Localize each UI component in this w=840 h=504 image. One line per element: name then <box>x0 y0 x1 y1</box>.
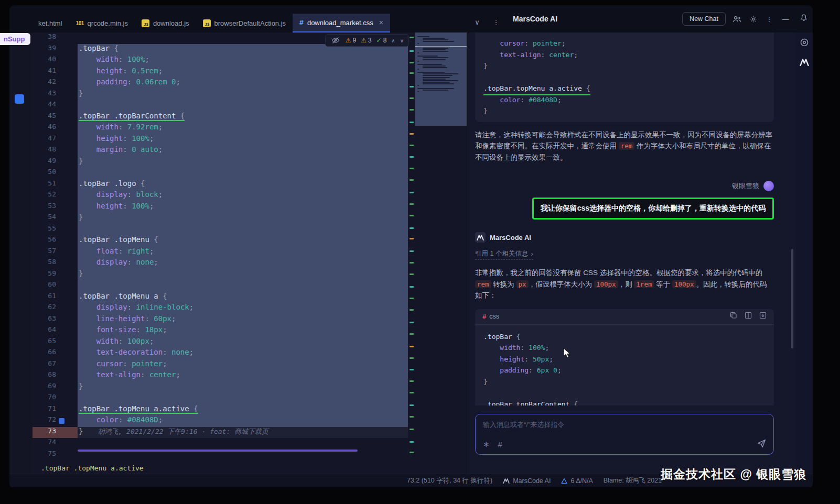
blame-status-widget[interactable]: Blame: 胡鸿飞 2021 <box>604 476 662 485</box>
prev-problem-chevron-icon[interactable]: ∧ <box>391 38 395 43</box>
line-number[interactable]: 39 <box>33 44 78 56</box>
code-token: .topBar.topMenu a.active <box>483 84 586 92</box>
tab-list-chevron-down-icon[interactable]: ∨ <box>472 17 482 27</box>
line-number[interactable]: 67 <box>33 359 78 371</box>
line-number[interactable]: 70 <box>33 393 78 404</box>
invite-members-icon[interactable] <box>731 14 742 24</box>
problems-widget[interactable]: 6 Δ/N/A <box>561 477 593 485</box>
tab-download.js[interactable]: JSdownload.js <box>135 14 196 32</box>
line-number[interactable]: 40 <box>33 55 78 67</box>
line-number[interactable]: 66 <box>33 348 78 359</box>
inline-code: 100px <box>594 280 618 288</box>
settings-gear-icon[interactable] <box>748 14 758 24</box>
chat-input[interactable]: 输入消息或者“/”来选择指令 ∗ # <box>475 414 774 455</box>
code-token: 50px <box>533 355 549 363</box>
editor-line: 72 color: #08408D; <box>33 415 408 427</box>
tab-qrcode.min.js[interactable]: 101qrcode.min.js <box>69 14 135 32</box>
inspections-widget[interactable]: ⚠9 ⚠3 ✓8 ∧ ∨ <box>325 34 409 47</box>
line-number[interactable]: 65 <box>33 337 78 348</box>
js-file-icon: JS <box>142 19 149 27</box>
weak-warnings-number: 3 <box>368 37 372 44</box>
code-line <box>78 168 408 179</box>
line-number[interactable]: 69 <box>33 382 78 393</box>
caret-position-widget[interactable]: 73:2 (510 字符, 34 行 换行符) <box>407 476 492 485</box>
tab-ket.html[interactable]: ket.html <box>31 14 69 32</box>
main-area: 3839.topBar {40 width: 100%;41 height: 0… <box>9 32 813 474</box>
line-number[interactable]: 59 <box>33 269 78 281</box>
line-number[interactable]: 71 <box>33 404 78 416</box>
line-number[interactable]: 51 <box>33 179 78 191</box>
line-number[interactable]: 58 <box>33 258 78 269</box>
gutter-bookmark[interactable] <box>59 418 64 424</box>
line-number[interactable]: 54 <box>33 213 78 224</box>
line-number[interactable]: 45 <box>33 112 78 123</box>
chat-scrollbar[interactable] <box>791 249 793 348</box>
passed-count[interactable]: ✓8 <box>376 37 387 44</box>
marscode-status-widget[interactable]: MarsCode AI <box>503 477 551 485</box>
line-number[interactable]: 64 <box>33 325 78 337</box>
next-problem-chevron-icon[interactable]: ∨ <box>400 38 404 43</box>
copy-code-icon[interactable] <box>730 312 737 321</box>
line-number[interactable]: 62 <box>33 303 78 314</box>
notifications-bell-icon[interactable] <box>800 14 808 24</box>
tab-browserDefaultAction.js[interactable]: JSbrowserDefaultAction.js <box>196 14 293 32</box>
skills-asterisk-icon[interactable]: ∗ <box>483 440 490 449</box>
line-number[interactable]: 56 <box>33 235 78 247</box>
code-token: margin <box>96 145 123 154</box>
editor-lines[interactable]: 3839.topBar {40 width: 100%;41 height: 0… <box>33 32 408 462</box>
line-number[interactable]: 73 <box>33 427 78 439</box>
line-number[interactable]: 60 <box>33 280 78 292</box>
chat-input-placeholder[interactable]: 输入消息或者“/”来选择指令 <box>483 420 766 430</box>
line-number[interactable]: 48 <box>33 145 78 157</box>
line-number[interactable]: 52 <box>33 190 78 202</box>
line-number[interactable]: 63 <box>33 314 78 326</box>
line-number[interactable]: 57 <box>33 247 78 258</box>
code-line <box>483 387 766 399</box>
line-number[interactable]: 41 <box>33 67 78 78</box>
line-number[interactable]: 53 <box>33 202 78 213</box>
code-token: width <box>96 123 119 131</box>
ai-assistant-icon[interactable] <box>800 38 809 49</box>
line-number[interactable]: 68 <box>33 370 78 382</box>
tab-download_market.css[interactable]: #download_market.css× <box>293 14 390 32</box>
editor-line: 46 width: 7.92rem; <box>33 123 408 134</box>
error-stripe[interactable] <box>408 32 415 462</box>
line-number[interactable]: 49 <box>33 157 78 168</box>
tab-options-kebab-icon[interactable]: ⋮ <box>491 17 501 27</box>
send-icon[interactable] <box>757 439 766 450</box>
line-number[interactable]: 72 <box>33 415 78 427</box>
minimize-panel-icon[interactable]: — <box>780 14 791 24</box>
reference-toggle[interactable]: 引用 1 个相关信息 › <box>475 249 533 260</box>
line-number[interactable]: 44 <box>33 100 78 112</box>
line-number[interactable]: 50 <box>33 168 78 179</box>
paragraph-text: 等于 <box>654 280 672 288</box>
new-chat-button[interactable]: New Chat <box>682 12 726 26</box>
close-tab-icon[interactable]: × <box>379 18 383 27</box>
line-number[interactable]: 43 <box>33 89 78 101</box>
line-number[interactable]: 74 <box>33 438 78 450</box>
code-line: cursor: pointer; <box>483 38 766 49</box>
warnings-count[interactable]: ⚠9 <box>346 37 356 44</box>
minimap[interactable] <box>415 32 467 462</box>
breadcrumb[interactable]: .topBar .topMenu a.active <box>41 464 144 472</box>
line-number[interactable]: 61 <box>33 292 78 303</box>
insert-code-icon[interactable] <box>759 312 767 321</box>
code-token <box>79 123 96 131</box>
line-number[interactable]: 46 <box>33 123 78 134</box>
code-token <box>483 366 500 374</box>
line-number[interactable]: 55 <box>33 224 78 236</box>
user-avatar[interactable] <box>763 181 774 191</box>
diff-code-icon[interactable] <box>745 312 752 321</box>
line-number[interactable]: 38 <box>33 32 78 44</box>
horizontal-scrollbar[interactable] <box>78 450 358 452</box>
line-number[interactable]: 75 <box>33 450 78 461</box>
code-editor[interactable]: 3839.topBar {40 width: 100%;41 height: 0… <box>33 32 467 474</box>
tool-window-button[interactable] <box>15 94 24 104</box>
marscode-tool-icon[interactable] <box>800 59 809 68</box>
more-kebab-icon[interactable]: ⋮ <box>764 14 774 24</box>
highlighting-off-eye-icon[interactable] <box>330 35 341 46</box>
line-number[interactable]: 47 <box>33 134 78 146</box>
line-number[interactable]: 42 <box>33 78 78 89</box>
weak-warnings-count[interactable]: ⚠3 <box>361 37 371 44</box>
context-hash-icon[interactable]: # <box>498 440 502 449</box>
